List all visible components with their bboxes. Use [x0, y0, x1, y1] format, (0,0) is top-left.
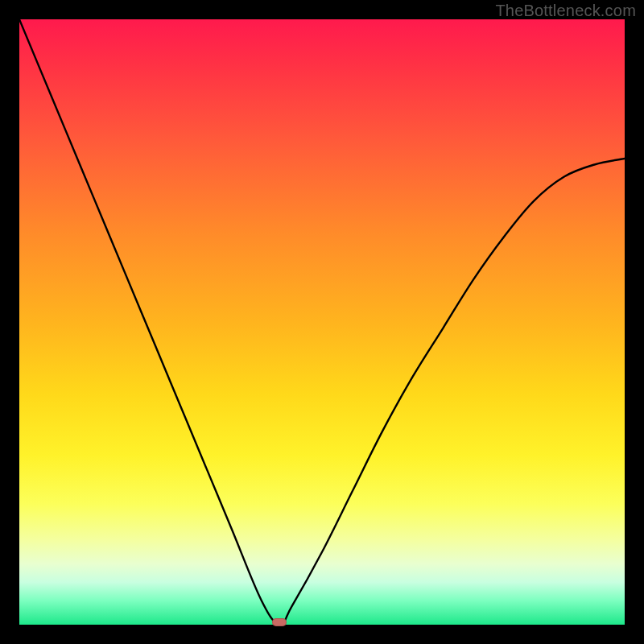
plot-area	[19, 19, 625, 625]
chart-frame: TheBottleneck.com	[0, 0, 644, 644]
minimum-marker	[272, 618, 287, 626]
bottleneck-curve	[19, 19, 625, 625]
curve-path	[19, 19, 625, 625]
watermark-text: TheBottleneck.com	[495, 2, 636, 20]
